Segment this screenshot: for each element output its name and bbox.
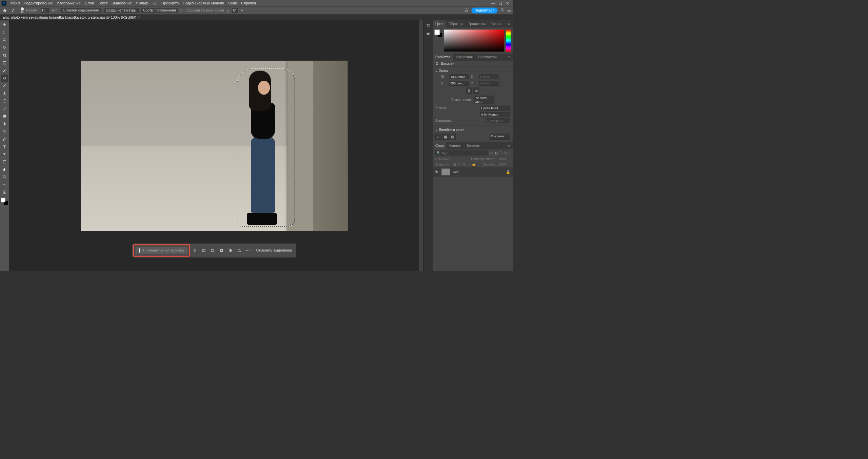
layer-item-background[interactable]: 👁 Фон 🔒 — [433, 167, 513, 177]
filter-smart-icon[interactable]: ▫ — [509, 151, 510, 155]
document-image[interactable] — [81, 61, 348, 231]
tab-color[interactable]: Цвет — [433, 20, 446, 27]
lock-artboard-icon[interactable]: ▱ — [468, 163, 470, 166]
healing-brush-tool-icon[interactable] — [1, 75, 8, 82]
guides-icon[interactable]: ▧ — [450, 134, 456, 140]
ruler-units-dropdown[interactable]: Пиксели — [490, 134, 510, 140]
menu-window[interactable]: Окно — [226, 1, 239, 5]
history-panel-icon[interactable] — [425, 22, 431, 28]
eraser-tool-icon[interactable] — [1, 105, 8, 112]
edit-toolbar-icon[interactable]: ⋯ — [1, 181, 8, 188]
document-tab[interactable]: amc-photo-yeni-seksualnaia-briunetka-kra… — [0, 15, 143, 20]
tab-gradients[interactable]: Градиенты — [466, 20, 488, 27]
link-icon[interactable]: 𝄖 — [435, 75, 438, 79]
flask-icon[interactable] — [465, 8, 469, 13]
deselect-button[interactable]: Отменить выделение — [253, 248, 295, 253]
gradient-tool-icon[interactable] — [1, 113, 8, 120]
adjustment-icon[interactable] — [226, 246, 234, 255]
tab-patterns[interactable]: Узоры — [488, 20, 504, 27]
type-proximity-button[interactable]: Соотв. приближения — [141, 8, 178, 13]
layer-thumbnail[interactable] — [441, 168, 450, 176]
crop-tool-icon[interactable] — [1, 52, 8, 59]
lasso-tool-icon[interactable] — [1, 36, 8, 43]
vertical-scrollbar[interactable] — [419, 20, 423, 271]
type-create-texture-button[interactable]: Создание текстуры — [104, 8, 139, 13]
home-icon[interactable] — [2, 8, 8, 14]
history-brush-tool-icon[interactable] — [1, 97, 8, 104]
sample-all-checkbox[interactable] — [180, 9, 183, 12]
opacity-input[interactable]: 100% — [498, 157, 510, 161]
panel-menu-icon[interactable]: ≡ — [505, 54, 513, 61]
menu-view[interactable]: Просмотр — [159, 1, 181, 5]
ruler-icon[interactable]: ⌐ — [435, 134, 441, 140]
filter-type-icon[interactable]: T — [500, 151, 502, 155]
rulers-section-header[interactable]: ⌄ Линейки и сетки — [433, 127, 513, 133]
hue-slider[interactable] — [506, 29, 511, 52]
pen-tool-icon[interactable] — [1, 135, 8, 142]
y-input[interactable]: 0 пикс — [479, 81, 499, 86]
minimize-icon[interactable]: — — [491, 1, 495, 5]
fill-dropdown[interactable]: Цвет фона — [486, 119, 510, 123]
remove-bg-icon[interactable] — [200, 246, 208, 255]
menu-select[interactable]: Выделение — [110, 1, 134, 5]
type-content-aware-button[interactable]: С учетом содержимого — [61, 8, 101, 13]
generative-fill-button[interactable]: ✦ Генеративная заливка — [136, 247, 188, 254]
tab-channels[interactable]: Каналы — [447, 142, 464, 149]
panel-menu-icon[interactable]: ≡ — [505, 20, 513, 27]
panel-menu-icon[interactable]: ≡ — [505, 142, 513, 149]
dodge-tool-icon[interactable] — [1, 128, 8, 135]
tab-swatches[interactable]: Образцы — [446, 20, 466, 27]
brush-size-indicator[interactable]: 19 — [21, 7, 24, 14]
filter-adjustment-icon[interactable]: ◐ — [495, 151, 498, 155]
menu-text[interactable]: Текст — [96, 1, 110, 5]
close-tab-icon[interactable]: ✕ — [138, 16, 140, 19]
lock-all-icon[interactable]: 🔒 — [472, 163, 476, 166]
color-mode-dropdown[interactable]: Цвета RGB — [480, 106, 510, 111]
width-input[interactable]: 1332 пикс — [449, 75, 469, 79]
quick-mask-icon[interactable] — [1, 188, 8, 196]
lock-move-icon[interactable]: ✥ — [463, 163, 466, 166]
search-icon[interactable] — [500, 8, 505, 13]
lock-position-icon[interactable]: ✎ — [458, 163, 461, 166]
maximize-icon[interactable]: ❐ — [499, 1, 502, 5]
resolution-input[interactable]: 72 пикс/дю... — [474, 96, 494, 104]
workspace-icon[interactable]: ▭ — [507, 8, 511, 13]
more-icon[interactable]: ⋯ — [244, 246, 252, 255]
bit-depth-dropdown[interactable]: 8 бит/канал — [480, 112, 510, 117]
menu-image[interactable]: Изображение — [55, 1, 83, 5]
marquee-tool-icon[interactable] — [1, 29, 8, 36]
menu-3d[interactable]: 3D — [151, 1, 159, 5]
menu-plugins[interactable]: Подключаемые модули — [181, 1, 226, 5]
fill-opacity-input[interactable]: 100% — [498, 163, 510, 166]
angle-input[interactable]: 0° — [232, 8, 238, 13]
transform-icon[interactable] — [209, 246, 217, 255]
layer-name[interactable]: Фон — [453, 170, 459, 174]
select-subject-icon[interactable] — [191, 246, 199, 255]
mask-icon[interactable] — [217, 246, 225, 255]
color-swatch-pair[interactable] — [435, 29, 443, 38]
eyedropper-tool-icon[interactable] — [1, 67, 8, 74]
foreground-swatch[interactable] — [1, 198, 5, 202]
height-input[interactable]: 850 пикс. — [449, 81, 469, 86]
tab-libraries[interactable]: Библиотеки — [475, 54, 499, 61]
brush-tool-icon[interactable] — [1, 82, 8, 89]
orientation-landscape-icon[interactable]: ▭ — [473, 88, 479, 94]
zoom-tool-icon[interactable] — [1, 173, 8, 180]
filter-shape-icon[interactable]: ▱ — [504, 151, 507, 155]
grid-icon[interactable]: ▦ — [442, 134, 449, 140]
hand-tool-icon[interactable] — [1, 166, 8, 173]
frame-tool-icon[interactable] — [1, 59, 8, 66]
menu-edit[interactable]: Редактирование — [22, 1, 55, 5]
color-field[interactable] — [444, 29, 504, 52]
menu-layers[interactable]: Слои — [83, 1, 96, 5]
tab-properties[interactable]: Свойства — [433, 54, 453, 61]
menu-filter[interactable]: Фильтр — [134, 1, 151, 5]
orientation-portrait-icon[interactable]: ▯ — [466, 88, 472, 94]
tab-adjustments[interactable]: Коррекция — [453, 54, 475, 61]
close-icon[interactable]: ✕ — [506, 1, 510, 5]
mode-dropdown[interactable]: Н... — [41, 8, 49, 13]
tab-paths[interactable]: Контуры — [464, 142, 483, 149]
menu-help[interactable]: Справка — [239, 1, 258, 5]
pressure-icon[interactable]: ✎ — [240, 8, 243, 13]
color-swatches[interactable] — [1, 198, 8, 205]
